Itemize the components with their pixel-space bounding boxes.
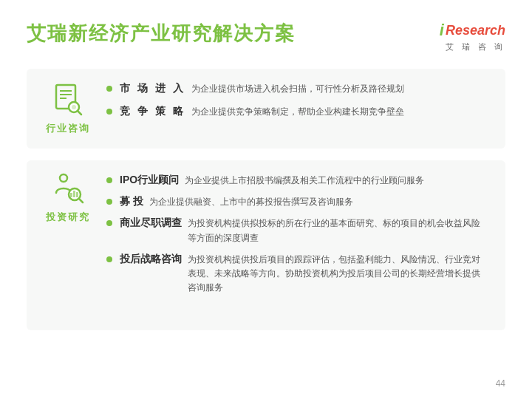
svg-line-5 <box>78 111 81 115</box>
page-number: 44 <box>496 378 505 389</box>
bullet-title-3: IPO行业顾问 <box>120 174 179 187</box>
logo: i Research 艾 瑞 咨 询 <box>440 21 505 52</box>
card2-item-2: 募 投 为企业提供融资、上市中的募投报告撰写及咨询服务 <box>106 195 488 209</box>
bullet-dot <box>106 177 112 183</box>
bullet-text-2: 竞 争 策 略 为企业提供竞争策略制定，帮助企业构建长期竞争壁垒 <box>120 105 404 119</box>
bullet-desc-4: 为企业提供融资、上市中的募投报告撰写及咨询服务 <box>149 195 353 209</box>
logo-i: i <box>440 21 444 40</box>
bullet-text-4: 募 投 为企业提供融资、上市中的募投报告撰写及咨询服务 <box>120 195 353 209</box>
bullet-text-6: 投后战略咨询 为投资机构提供投后项目的跟踪评估，包括盈利能力、风险情况、行业竞对… <box>120 253 488 296</box>
card1-label: 行业咨询 <box>46 122 90 135</box>
bullet-desc-5: 为投资机构提供拟投标的所在行业的基本面研究、标的项目的机会收益风险等方面的深度调… <box>188 216 488 245</box>
industry-consulting-icon <box>50 82 86 117</box>
card1-icon-area: 行业咨询 <box>44 82 92 135</box>
bullet-text-3: IPO行业顾问 为企业提供上市招股书编撰及相关工作流程中的行业顾问服务 <box>120 174 424 188</box>
bullet-dot <box>106 199 112 205</box>
bullet-desc-2: 为企业提供竞争策略制定，帮助企业构建长期竞争壁垒 <box>191 105 404 119</box>
card2-label: 投资研究 <box>46 211 90 224</box>
bullet-title-2: 竞 争 策 略 <box>120 105 185 118</box>
bullet-text-1: 市 场 进 入 为企业提供市场进入机会扫描，可行性分析及路径规划 <box>120 82 404 96</box>
card1-content: 市 场 进 入 为企业提供市场进入机会扫描，可行性分析及路径规划 竞 争 策 略… <box>106 82 488 119</box>
logo-research: Research <box>446 23 505 38</box>
card-investment-research: 投资研究 IPO行业顾问 为企业提供上市招股书编撰及相关工作流程中的行业顾问服务… <box>27 160 505 330</box>
bullet-desc-3: 为企业提供上市招股书编撰及相关工作流程中的行业顾问服务 <box>185 174 424 188</box>
card2-icon-area: 投资研究 <box>44 171 92 224</box>
page: 艾瑞新经济产业研究解决方案 i Research 艾 瑞 咨 询 <box>0 0 532 399</box>
bullet-dot <box>106 256 112 262</box>
card2-item-1: IPO行业顾问 为企业提供上市招股书编撰及相关工作流程中的行业顾问服务 <box>106 174 488 188</box>
svg-line-9 <box>79 199 83 202</box>
bullet-title-4: 募 投 <box>120 195 143 208</box>
logo-top: i Research <box>440 21 505 40</box>
card1-item-2: 竞 争 策 略 为企业提供竞争策略制定，帮助企业构建长期竞争壁垒 <box>106 105 488 119</box>
logo-sub: 艾 瑞 咨 询 <box>446 41 505 52</box>
svg-point-7 <box>60 174 67 182</box>
bullet-dot <box>106 109 112 115</box>
card2-item-4: 投后战略咨询 为投资机构提供投后项目的跟踪评估，包括盈利能力、风险情况、行业竞对… <box>106 253 488 296</box>
bullet-desc-6: 为投资机构提供投后项目的跟踪评估，包括盈利能力、风险情况、行业竞对表现、未来战略… <box>188 253 488 296</box>
bullet-title-5: 商业尽职调查 <box>120 216 182 230</box>
bullet-dot <box>106 86 112 92</box>
bullet-title-6: 投后战略咨询 <box>120 253 182 266</box>
bullet-desc-1: 为企业提供市场进入机会扫描，可行性分析及路径规划 <box>191 82 404 96</box>
card-industry-consulting: 行业咨询 市 场 进 入 为企业提供市场进入机会扫描，可行性分析及路径规划 竞 … <box>27 69 505 149</box>
svg-point-6 <box>72 105 76 109</box>
cards-container: 行业咨询 市 场 进 入 为企业提供市场进入机会扫描，可行性分析及路径规划 竞 … <box>27 69 505 330</box>
bullet-dot <box>106 220 112 226</box>
card2-item-3: 商业尽职调查 为投资机构提供拟投标的所在行业的基本面研究、标的项目的机会收益风险… <box>106 216 488 245</box>
header: 艾瑞新经济产业研究解决方案 i Research 艾 瑞 咨 询 <box>27 21 505 52</box>
card1-item-1: 市 场 进 入 为企业提供市场进入机会扫描，可行性分析及路径规划 <box>106 82 488 96</box>
svg-rect-10 <box>70 193 72 197</box>
bullet-text-5: 商业尽职调查 为投资机构提供拟投标的所在行业的基本面研究、标的项目的机会收益风险… <box>120 216 488 245</box>
svg-rect-11 <box>73 191 75 197</box>
svg-rect-12 <box>76 192 78 197</box>
card2-content: IPO行业顾问 为企业提供上市招股书编撰及相关工作流程中的行业顾问服务 募 投 … <box>106 171 488 295</box>
investment-research-icon <box>50 171 86 206</box>
bullet-title-1: 市 场 进 入 <box>120 82 185 95</box>
page-title: 艾瑞新经济产业研究解决方案 <box>27 21 296 47</box>
